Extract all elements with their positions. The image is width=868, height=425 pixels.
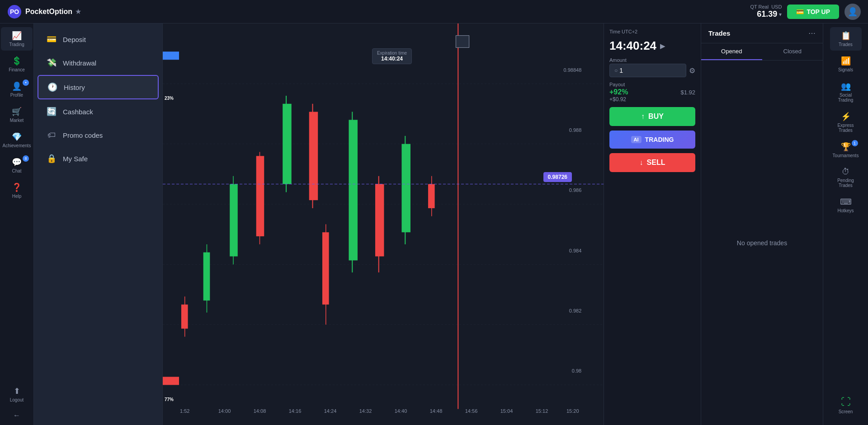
balance-dropdown[interactable]: ▾ — [779, 11, 782, 18]
sidebar-item-logout[interactable]: ⬆ Logout — [1, 383, 33, 406]
promo-codes-icon: 🏷 — [47, 130, 57, 140]
pending-trades-label: Pending Trades — [832, 178, 860, 188]
time-header: Time UTC+2 — [609, 29, 695, 34]
right-sidebar-item-tournaments[interactable]: 🏆 Tournaments 1 — [830, 138, 862, 162]
svg-rect-52 — [163, 51, 179, 60]
amount-label: Amount — [609, 57, 695, 63]
sidebar-item-help[interactable]: ❓ Help — [1, 179, 33, 202]
history-label: History — [64, 84, 85, 91]
payout-gain: +$0.92 — [609, 96, 695, 103]
menu-item-promo-codes[interactable]: 🏷 Promo codes — [38, 124, 159, 146]
right-sidebar-item-trades[interactable]: 📋 Trades — [830, 27, 862, 51]
payout-label: Payout — [609, 82, 695, 87]
svg-text:15:20: 15:20 — [566, 408, 579, 414]
menu-item-history[interactable]: 🕐 History — [38, 75, 159, 99]
dropdown-menu: 💳 Deposit 💸 Withdrawal 🕐 History 🔄 Cashb… — [34, 23, 163, 425]
sell-button[interactable]: ↓ SELL — [609, 153, 695, 172]
svg-rect-26 — [309, 112, 318, 201]
menu-item-deposit[interactable]: 💳 Deposit — [38, 28, 159, 51]
time-display: 14:40:24 ▶ — [609, 39, 695, 53]
hotkeys-label: Hotkeys — [837, 208, 854, 213]
svg-text:0.988: 0.988 — [569, 127, 582, 133]
main-layout: 📈 Trading 💲 Finance 👤 Profile • 🛒 Market… — [0, 23, 868, 425]
trading-panel: Time UTC+2 14:40:24 ▶ Amount ○ 1 ⚙ Payou… — [604, 23, 701, 425]
buy-label: BUY — [648, 112, 664, 121]
right-sidebar-item-express-trades[interactable]: ⚡ Express Trades — [830, 108, 862, 136]
svg-text:1:52: 1:52 — [180, 408, 189, 414]
account-currency: USD — [771, 4, 782, 9]
svg-text:77%: 77% — [165, 397, 174, 402]
topup-button[interactable]: 💳 TOP UP — [787, 5, 839, 19]
right-sidebar-item-signals[interactable]: 📶 Signals — [830, 52, 862, 76]
avatar[interactable]: 👤 — [844, 4, 861, 20]
svg-text:0.984: 0.984 — [569, 248, 582, 253]
topup-icon: 💳 — [796, 8, 804, 15]
amount-settings-icon[interactable]: ⚙ — [689, 66, 695, 75]
right-sidebar-item-hotkeys[interactable]: ⌨ Hotkeys — [830, 193, 862, 217]
sidebar-item-finance[interactable]: 💲 Finance — [1, 52, 33, 76]
chart-area: 0.98848 0.988 0.986 0.984 0.982 0.98 — [163, 23, 604, 425]
sidebar-label-help: Help — [12, 194, 22, 199]
expiration-label: Expiration time 14:40:24 — [372, 48, 412, 64]
social-trading-icon: 👥 — [841, 81, 851, 91]
sidebar-item-profile[interactable]: 👤 Profile • — [1, 78, 33, 101]
profile-icon: 👤 — [12, 81, 22, 91]
sidebar-item-achievements[interactable]: 💎 Achievements — [1, 128, 33, 152]
menu-item-my-safe[interactable]: 🔒 My Safe — [38, 147, 159, 170]
signals-label: Signals — [838, 67, 853, 72]
deposit-label: Deposit — [63, 36, 86, 43]
trading-icon: 📈 — [12, 31, 22, 41]
buy-button[interactable]: ↑ BUY — [609, 107, 695, 126]
sidebar-item-chat[interactable]: 💬 Chat 8 — [1, 154, 33, 177]
right-sidebar-item-social-trading[interactable]: 👥 Social Trading — [830, 78, 862, 106]
profile-badge: • — [23, 79, 29, 86]
svg-text:14:16: 14:16 — [289, 408, 302, 414]
svg-rect-22 — [256, 156, 264, 236]
trades-panel: Trades ⋯ Opened Closed No opened trades — [701, 23, 823, 425]
play-button[interactable]: ▶ — [660, 42, 665, 50]
promo-codes-label: Promo codes — [63, 131, 103, 139]
sidebar-label-market: Market — [10, 118, 24, 123]
payout-percent: +92% — [609, 88, 628, 96]
payout-usd: $1.92 — [680, 89, 695, 96]
logo-area: PO PocketOption — [7, 5, 72, 19]
right-sidebar-item-screen[interactable]: ⛶ Screen — [830, 392, 862, 418]
sidebar-item-market[interactable]: 🛒 Market — [1, 103, 33, 126]
svg-text:0.98: 0.98 — [572, 368, 581, 374]
tournaments-icon: 🏆 — [841, 142, 851, 152]
left-sidebar: 📈 Trading 💲 Finance 👤 Profile • 🛒 Market… — [0, 23, 34, 425]
svg-rect-32 — [375, 184, 384, 257]
payout-section: Payout +92% $1.92 +$0.92 — [609, 82, 695, 103]
account-type: QT Real — [750, 4, 769, 9]
ai-trading-button[interactable]: AI TRADING — [609, 131, 695, 149]
menu-item-cashback[interactable]: 🔄 Cashback — [38, 100, 159, 123]
menu-item-withdrawal[interactable]: 💸 Withdrawal — [38, 51, 159, 74]
amount-row: ○ 1 ⚙ — [609, 64, 695, 77]
tab-closed[interactable]: Closed — [762, 43, 823, 60]
svg-rect-24 — [283, 104, 292, 184]
right-sidebar-item-pending-trades[interactable]: ⏱ Pending Trades — [830, 163, 862, 191]
sidebar-collapse-arrow[interactable]: ← — [13, 411, 20, 420]
favorite-icon[interactable]: ★ — [75, 7, 81, 16]
chart-svg: 0.98848 0.988 0.986 0.984 0.982 0.98 — [163, 23, 604, 425]
svg-text:0.982: 0.982 — [569, 308, 582, 313]
help-icon: ❓ — [12, 182, 22, 192]
amount-input[interactable]: ○ 1 — [609, 64, 686, 77]
svg-text:15:04: 15:04 — [500, 408, 513, 414]
svg-rect-30 — [349, 120, 358, 260]
amount-section: Amount ○ 1 ⚙ — [609, 57, 695, 77]
logo-text: PocketOption — [25, 8, 72, 16]
cashback-icon: 🔄 — [47, 107, 57, 117]
svg-text:PO: PO — [10, 8, 19, 15]
deposit-icon: 💳 — [47, 34, 57, 44]
trades-settings-icon[interactable]: ⋯ — [808, 29, 816, 37]
market-icon: 🛒 — [12, 107, 22, 117]
payout-row: +92% $1.92 — [609, 88, 695, 96]
svg-text:0.986: 0.986 — [569, 187, 582, 193]
finance-icon: 💲 — [12, 56, 22, 66]
topup-label: TOP UP — [807, 8, 830, 15]
my-safe-icon: 🔒 — [47, 154, 57, 163]
right-sidebar: 📋 Trades 📶 Signals 👥 Social Trading ⚡ Ex… — [823, 23, 868, 425]
sidebar-item-trading[interactable]: 📈 Trading — [1, 27, 33, 51]
tab-opened[interactable]: Opened — [701, 43, 762, 60]
